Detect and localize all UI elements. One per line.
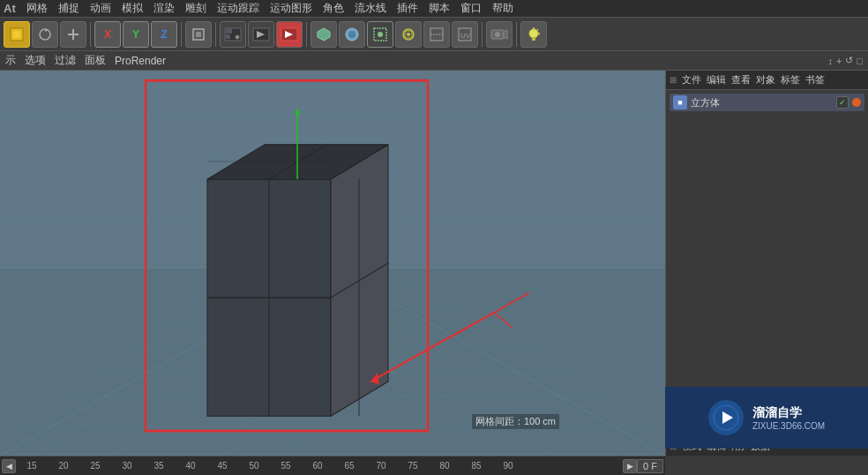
timeline-number[interactable]: 40 — [175, 461, 206, 471]
svg-point-20 — [378, 32, 383, 37]
menu-item-sculpt[interactable]: 雕刻 — [180, 1, 212, 16]
sub-icon2[interactable]: + — [836, 56, 842, 66]
menu-item-simulate[interactable]: 模拟 — [116, 1, 148, 16]
app-logo: At — [4, 2, 16, 15]
new-button[interactable] — [4, 21, 30, 48]
svg-point-22 — [407, 33, 410, 36]
brush-button[interactable] — [339, 21, 365, 48]
grid-distance-label: 网格间距：100 cm — [472, 414, 559, 429]
timeline-number[interactable]: 20 — [48, 461, 79, 471]
object-icon: ■ — [673, 95, 687, 109]
watermark: 溜溜自学 ZIXUE.3D66.COM — [665, 387, 868, 449]
menu-item-grid[interactable]: 网格 — [21, 1, 53, 16]
camera-button[interactable] — [486, 21, 513, 48]
render1-button[interactable] — [220, 21, 246, 48]
timeline-area: ◀ 15202530354045505560657075808590 ▶ 0 F — [0, 456, 665, 475]
uv-button[interactable]: UV — [452, 21, 478, 48]
sub-menu-panel[interactable]: 面板 — [85, 53, 106, 68]
rp-menu-view[interactable]: 查看 — [731, 73, 751, 87]
frame-indicator[interactable]: 0 F — [637, 459, 663, 473]
sub-icon1[interactable]: ↕ — [827, 56, 833, 66]
timeline-number[interactable]: 80 — [429, 461, 460, 471]
sub-icon3[interactable]: ↺ — [845, 55, 853, 66]
sep4 — [306, 22, 307, 47]
svg-rect-10 — [226, 34, 230, 39]
add-button[interactable] — [60, 21, 86, 48]
timeline-number[interactable]: 90 — [492, 461, 524, 471]
sub-menu-filter[interactable]: 过滤 — [55, 53, 76, 68]
sub-menu-options[interactable]: 选项 — [25, 53, 46, 68]
menu-item-snap[interactable]: 捕捉 — [53, 1, 85, 16]
svg-rect-8 — [226, 29, 232, 34]
main-area: 网格间距：100 cm ⊞ 文件 编辑 查看 对象 标签 书签 ■ 立方体 ✓ — [0, 71, 868, 456]
menu-item-render[interactable]: 渲染 — [148, 1, 180, 16]
refresh-button[interactable] — [32, 21, 58, 48]
menu-item-window[interactable]: 窗口 — [455, 1, 487, 16]
timeline-number[interactable]: 60 — [302, 461, 333, 471]
timeline-number[interactable]: 65 — [333, 461, 365, 471]
svg-rect-6 — [196, 32, 201, 37]
timeline-numbers-container: 15202530354045505560657075808590 — [16, 461, 623, 471]
timeline-number[interactable]: 25 — [79, 461, 111, 471]
tl-scroll-right[interactable]: ▶ — [623, 459, 637, 473]
edge-button[interactable] — [423, 21, 450, 48]
right-panel-object-list: ■ 立方体 ✓ — [666, 90, 868, 267]
vertex-button[interactable] — [395, 21, 422, 48]
timeline-number[interactable]: 50 — [238, 461, 270, 471]
menu-item-motion-track[interactable]: 运动跟踪 — [212, 1, 265, 16]
light-button[interactable] — [520, 21, 547, 48]
timeline-number[interactable]: 70 — [365, 461, 397, 471]
object-visibility-check[interactable]: ✓ — [836, 96, 849, 109]
z-axis-button[interactable]: Z — [151, 21, 177, 48]
rp-menu-file[interactable]: 文件 — [682, 73, 701, 87]
x-axis-button[interactable]: X — [94, 21, 121, 48]
render2-button[interactable] — [248, 21, 274, 48]
sep2 — [181, 22, 182, 47]
object-entry[interactable]: ■ 立方体 ✓ — [670, 94, 864, 111]
svg-marker-28 — [504, 30, 507, 39]
object-name-label: 立方体 — [691, 96, 833, 109]
svg-marker-16 — [318, 28, 330, 41]
sub-toolbar: 示 选项 过滤 面板 ProRender ↕ + ↺ □ — [0, 51, 868, 71]
menu-item-plugin[interactable]: 插件 — [392, 1, 423, 16]
select-button[interactable] — [367, 21, 393, 48]
svg-line-33 — [537, 29, 538, 30]
menu-item-script[interactable]: 脚本 — [423, 1, 455, 16]
timeline-number[interactable]: 45 — [206, 461, 238, 471]
right-panel: ⊞ 文件 编辑 查看 对象 标签 书签 ■ 立方体 ✓ — [665, 71, 868, 456]
svg-rect-31 — [532, 38, 535, 41]
timeline-number[interactable]: 55 — [270, 461, 302, 471]
svg-text:UV: UV — [460, 32, 471, 40]
timeline-number[interactable]: 35 — [143, 461, 175, 471]
y-axis-button[interactable]: Y — [123, 21, 149, 48]
viewport[interactable]: 网格间距：100 cm — [0, 71, 665, 456]
watermark-logo — [708, 400, 744, 435]
sep6 — [516, 22, 517, 47]
sub-toolbar-right: ↕ + ↺ □ — [827, 55, 863, 66]
svg-rect-1 — [13, 31, 20, 38]
menu-item-pipeline[interactable]: 流水线 — [349, 1, 392, 16]
svg-point-18 — [348, 31, 355, 38]
rp-menu-bookmark[interactable]: 书签 — [805, 73, 825, 87]
rp-menu-handle: ⊞ — [670, 75, 677, 85]
menu-item-animate[interactable]: 动画 — [85, 1, 116, 16]
rp-menu-object[interactable]: 对象 — [756, 73, 775, 87]
pro-render-label: ProRender — [115, 55, 166, 67]
menu-item-role[interactable]: 角色 — [318, 1, 349, 16]
timeline-number[interactable]: 75 — [397, 461, 429, 471]
poly-button[interactable] — [311, 21, 337, 48]
sub-icon4[interactable]: □ — [857, 56, 863, 66]
menu-item-help[interactable]: 帮助 — [487, 1, 519, 16]
tl-scroll-left[interactable]: ◀ — [2, 459, 16, 473]
rp-menu-tag[interactable]: 标签 — [781, 73, 800, 87]
object-mode-button[interactable] — [185, 21, 212, 48]
timeline-number[interactable]: 15 — [16, 461, 48, 471]
timeline-number[interactable]: 85 — [460, 461, 492, 471]
sub-menu-show[interactable]: 示 — [5, 53, 16, 68]
render3-button[interactable] — [276, 21, 303, 48]
sep3 — [215, 22, 216, 47]
svg-point-11 — [236, 35, 239, 39]
menu-item-motion-shape[interactable]: 运动图形 — [265, 1, 318, 16]
timeline-number[interactable]: 30 — [111, 461, 143, 471]
rp-menu-edit[interactable]: 编辑 — [707, 73, 726, 87]
